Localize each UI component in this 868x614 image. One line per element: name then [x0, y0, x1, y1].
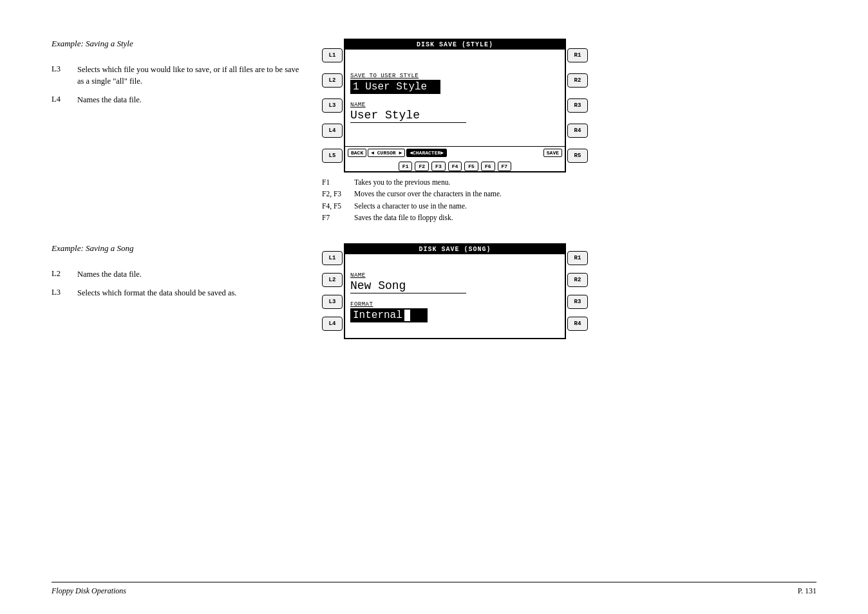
style-annotation-l3: L3 Selects which file you would like to … — [52, 64, 303, 87]
style-device: L1 L2 L3 L4 L5 DISK SAVE (STYLE) SAVE TO… — [322, 39, 588, 172]
style-fkey-f3[interactable]: F3 — [431, 162, 446, 171]
style-function-bar: BACK ◄ CURSOR ► ◄CHARACTER► SAVE — [345, 146, 565, 159]
style-note-f7: F7 Saves the data file to floppy disk. — [322, 212, 502, 223]
style-l4-key: L4 — [52, 95, 77, 106]
style-name-section: NAME User Style — [350, 102, 560, 123]
song-format-label: FORMAT — [350, 301, 560, 308]
style-name-value: User Style — [350, 109, 466, 123]
song-name-value: New Song — [350, 279, 466, 293]
song-btn-r4[interactable]: R4 — [567, 317, 588, 331]
style-btn-r5[interactable]: R5 — [567, 149, 588, 163]
song-btn-l4[interactable]: L4 — [322, 317, 343, 331]
song-lcd: DISK SAVE (SONG) NAME New Song FORMAT In… — [344, 243, 566, 339]
song-section: Example: Saving a Song L2 Names the data… — [52, 243, 816, 339]
song-left-col: Example: Saving a Song L2 Names the data… — [52, 243, 322, 339]
style-section: Example: Saving a Style L3 Selects which… — [52, 39, 816, 224]
style-btn-r3[interactable]: R3 — [567, 98, 588, 113]
song-l3-text: Selects which format the data should be … — [77, 288, 303, 299]
song-btn-l3[interactable]: L3 — [322, 295, 343, 309]
style-annotation-l4: L4 Names the data file. — [52, 95, 303, 106]
style-note-f2f3-key: F2, F3 — [322, 188, 354, 200]
style-btn-l4[interactable]: L4 — [322, 124, 343, 138]
style-l3-text: Selects which file you would like to sav… — [77, 64, 303, 87]
style-fkey-f6[interactable]: F6 — [481, 162, 495, 171]
style-note-f4f5-key: F4, F5 — [322, 200, 354, 212]
style-note-f4f5: F4, F5 Selects a character to use in the… — [322, 200, 502, 212]
style-note-f4f5-text: Selects a character to use in the name. — [354, 200, 467, 212]
page: Example: Saving a Style L3 Selects which… — [0, 0, 868, 614]
style-btn-r1[interactable]: R1 — [567, 48, 588, 62]
song-example-title: Example: Saving a Song — [52, 243, 303, 254]
style-save-to-label: SAVE TO USER STYLE — [350, 73, 560, 79]
style-l3-key: L3 — [52, 64, 77, 87]
song-name-label: NAME — [350, 272, 560, 279]
song-l3-key: L3 — [52, 288, 77, 299]
style-cursor-btn[interactable]: ◄ CURSOR ► — [368, 149, 405, 157]
style-note-f2f3-text: Moves the cursor over the characters in … — [354, 188, 502, 200]
song-format-section: FORMAT Internal| — [350, 301, 560, 322]
style-btn-l2[interactable]: L2 — [322, 73, 343, 88]
song-annotation-l2: L2 Names the data file. — [52, 269, 303, 281]
style-fkey-f7[interactable]: F7 — [498, 162, 512, 171]
style-lcd: DISK SAVE (STYLE) SAVE TO USER STYLE 1 U… — [344, 39, 566, 172]
style-fkey-f1[interactable]: F1 — [399, 162, 413, 171]
style-btn-l3[interactable]: L3 — [322, 98, 343, 113]
song-right-col: L1 L2 L3 L4 DISK SAVE (SONG) NAME New So… — [322, 243, 816, 339]
style-fkey-row: F1 F2 F3 F4 F5 F6 F7 — [345, 159, 565, 171]
style-l4-text: Names the data file. — [77, 95, 303, 106]
style-btn-l1[interactable]: L1 — [322, 48, 343, 62]
style-lcd-title: DISK SAVE (STYLE) — [345, 40, 565, 50]
style-note-f1-text: Takes you to the previous menu. — [354, 176, 450, 188]
song-right-buttons: R1 R2 R3 R4 — [567, 243, 588, 339]
song-left-buttons: L1 L2 L3 L4 — [322, 243, 343, 339]
song-annotation-l3: L3 Selects which format the data should … — [52, 288, 303, 299]
song-format-value: Internal| — [350, 308, 428, 322]
style-back-btn[interactable]: BACK — [348, 149, 366, 157]
style-note-f1: F1 Takes you to the previous menu. — [322, 176, 502, 188]
style-fkey-f5[interactable]: F5 — [464, 162, 478, 171]
song-name-section: NAME New Song — [350, 272, 560, 293]
song-btn-l2[interactable]: L2 — [322, 273, 343, 287]
style-right-buttons: R1 R2 R3 R4 R5 — [567, 39, 588, 172]
style-note-f1-key: F1 — [322, 176, 354, 188]
style-note-f7-text: Saves the data file to floppy disk. — [354, 212, 453, 223]
footer-right: P. 131 — [798, 586, 816, 596]
style-lcd-body: SAVE TO USER STYLE 1 User Style NAME Use… — [345, 50, 565, 146]
footer-left: Floppy Disk Operations — [52, 586, 126, 596]
style-left-col: Example: Saving a Style L3 Selects which… — [52, 39, 322, 224]
style-btn-r2[interactable]: R2 — [567, 73, 588, 88]
style-note-f7-key: F7 — [322, 212, 354, 223]
style-screen-notes: F1 Takes you to the previous menu. F2, F… — [322, 176, 502, 224]
style-btn-r4[interactable]: R4 — [567, 124, 588, 138]
style-character-btn[interactable]: ◄CHARACTER► — [406, 149, 447, 157]
song-l2-key: L2 — [52, 269, 77, 281]
song-l2-text: Names the data file. — [77, 269, 303, 281]
song-btn-l1[interactable]: L1 — [322, 251, 343, 265]
style-note-f2f3: F2, F3 Moves the cursor over the charact… — [322, 188, 502, 200]
style-save-to-value: 1 User Style — [350, 80, 440, 94]
style-left-buttons: L1 L2 L3 L4 L5 — [322, 39, 343, 172]
style-right-col: L1 L2 L3 L4 L5 DISK SAVE (STYLE) SAVE TO… — [322, 39, 816, 224]
style-name-label: NAME — [350, 102, 560, 108]
style-fkey-f4[interactable]: F4 — [448, 162, 462, 171]
song-lcd-title: DISK SAVE (SONG) — [345, 245, 565, 254]
style-btn-l5[interactable]: L5 — [322, 149, 343, 163]
style-fkey-f2[interactable]: F2 — [415, 162, 429, 171]
footer: Floppy Disk Operations P. 131 — [52, 582, 816, 596]
song-lcd-body: NAME New Song FORMAT Internal| — [345, 254, 565, 338]
song-btn-r2[interactable]: R2 — [567, 273, 588, 287]
song-btn-r1[interactable]: R1 — [567, 251, 588, 265]
song-device: L1 L2 L3 L4 DISK SAVE (SONG) NAME New So… — [322, 243, 588, 339]
style-example-title: Example: Saving a Style — [52, 39, 303, 49]
song-btn-r3[interactable]: R3 — [567, 295, 588, 309]
style-save-btn[interactable]: SAVE — [543, 149, 562, 157]
